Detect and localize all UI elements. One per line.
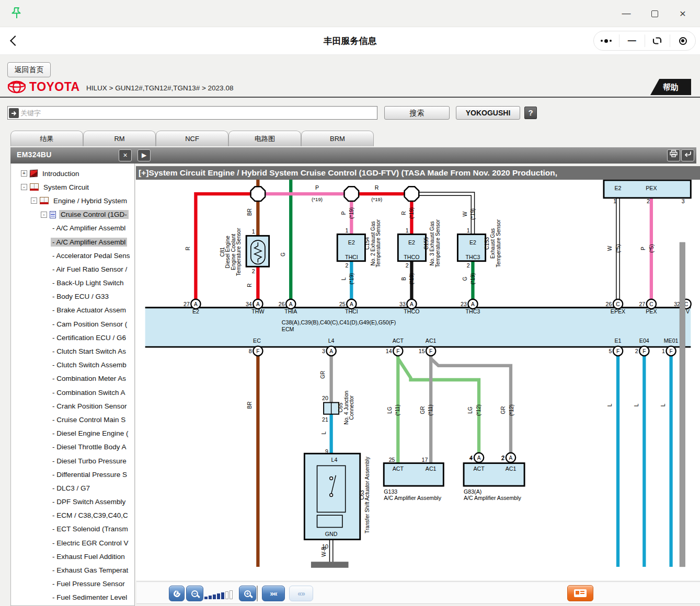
diagram-label: THC3 [466,308,480,314]
window-maximize-button[interactable] [640,8,669,19]
tree-item[interactable]: - Fuel Pressure Sensor [11,577,134,591]
tree-item[interactable]: - Back-Up Light Switch [11,276,134,290]
tab-RM[interactable]: RM [83,131,156,146]
tree-item[interactable]: - Differential Pressure S [11,468,134,481]
wire [263,194,351,236]
panel-close-button[interactable]: × [119,149,132,161]
tab-NCF[interactable]: NCF [156,131,228,146]
tree-item[interactable]: - Cruise Control Main S [11,413,134,426]
pin-icon[interactable] [10,6,23,23]
tab-BRM[interactable]: BRM [301,131,374,146]
tree-item[interactable]: - Air Fuel Ratio Sensor / [11,262,134,276]
wire-label: (*5) [615,244,621,252]
tree-item[interactable]: - Body ECU / G33 [11,290,134,304]
zoom-in-button[interactable]: + [239,586,256,601]
panel-expand-button[interactable]: ▶ [137,149,151,161]
tree-item-label: - A/C Amplifier Assembl [51,238,127,247]
tree-item[interactable]: - Diesel Engine Engine ( [11,427,134,440]
tree-item[interactable]: +Introduction [11,167,134,180]
window-close-button[interactable]: × [669,7,697,20]
tab-电路图[interactable]: 电路图 [228,131,301,146]
wire-label: G [280,252,286,257]
help-button[interactable]: 帮助 [650,79,691,95]
tree-item[interactable]: - Certification ECU / G6 [11,331,134,344]
tree-item[interactable]: -System Circuit [11,180,134,194]
refresh-button[interactable] [169,586,185,601]
tree-item[interactable]: - A/C Amplifier Assembl [11,222,134,235]
wire-label: R [247,283,253,287]
collapse-icon[interactable]: - [21,184,27,190]
feedback-button[interactable] [567,585,593,601]
collapse-icon[interactable]: - [31,197,37,204]
tree-item[interactable]: - DPF Switch Assembly [11,495,134,509]
wire-label: GR [500,406,506,414]
return-button[interactable] [681,149,694,161]
tree-item-label: - Fuel Sedimenter Level [51,593,129,602]
tree-item[interactable]: -Engine / Hybrid System [11,194,134,207]
window-minimize-button[interactable]: — [612,8,640,19]
diagram-label: AC1 [426,465,437,472]
tree-item[interactable]: - Electric EGR Control V [11,536,134,550]
tree-item[interactable]: - Diesel Turbo Pressure [11,454,134,468]
tab-结果[interactable]: 结果 [10,131,83,146]
tree-item[interactable]: - Combination Switch A [11,386,134,399]
print-button[interactable] [667,149,680,161]
return-arrow-icon [684,150,692,157]
expand-icon[interactable]: + [21,170,27,177]
target-icon [679,37,687,45]
toolbar-divider [257,586,258,601]
diagram-scrollbar[interactable] [680,242,685,567]
wire-label: (*19) [409,273,415,285]
keyword-input[interactable] [20,107,376,119]
tree-item[interactable]: - Clutch Start Switch As [11,344,134,358]
tree-item[interactable]: - Diesel Throttle Body A [11,440,134,454]
tree-item[interactable]: - Exhaust Fuel Addition [11,550,134,563]
tree-item[interactable]: - Clutch Switch Assemb [11,358,134,372]
tree-item[interactable]: -Cruise Control (1GD- [11,208,134,222]
svg-text:32: 32 [674,301,680,307]
tree-item[interactable]: - ECT Solenoid (Transm [11,522,134,536]
tree-item[interactable]: - Accelerator Pedal Sens [11,249,134,262]
tree-item-label: - Crank Position Sensor [51,402,129,411]
expand-button[interactable]: «» [289,586,313,601]
wire-label: P [640,247,646,250]
search-help-button[interactable]: ? [524,107,537,119]
yokogushi-button[interactable]: YOKOGUSHI [456,106,520,120]
tree-item[interactable]: - Fuel Sedimenter Level [11,591,134,604]
svg-text:F: F [642,348,646,354]
tree-item[interactable]: - Brake Actuator Assem [11,304,134,317]
svg-text:A: A [410,301,414,307]
toyota-emblem-icon [7,80,26,94]
breadcrumb: HILUX > GUN12#,TGN12#,TGN13# > 2023.08 [86,84,233,92]
capsule-close-button[interactable] [670,34,695,47]
search-button[interactable]: 搜索 [384,106,450,120]
wire-label: B [401,277,407,281]
component-label: C65 [338,403,343,413]
fit-width-button[interactable]: »« [262,586,285,601]
collapse-icon[interactable]: - [41,212,47,218]
tree-item[interactable]: - ECM / C38,C39,C40,C [11,509,134,522]
diagram-label: 1 [406,227,409,234]
float-window-button[interactable] [645,34,671,47]
svg-text:26: 26 [279,301,285,307]
diagram-label: 20 [322,395,328,401]
component-label: Connector [349,395,354,419]
zoom-out-button[interactable]: – [186,586,203,601]
tree-item[interactable]: - Exhaust Gas Temperat [11,563,134,577]
tree-item[interactable]: - A/C Amplifier Assembl [11,235,134,249]
bookred-icon [30,170,38,178]
zoom-in-icon: + [244,590,251,597]
component-label: Temperature Sensor [375,219,381,267]
tree-item-label: - Cam Position Sensor ( [51,320,129,329]
diagram-label: E2 [408,239,415,246]
wire-label: BR [247,401,253,409]
more-button[interactable] [594,34,619,47]
home-button[interactable]: 返回首页 [7,62,51,77]
tree-item[interactable]: - Cam Position Sensor ( [11,317,134,331]
tree-item[interactable]: - Crank Position Sensor [11,399,134,413]
diagram-label: E2 [348,239,355,246]
tree-item[interactable]: - DLC3 / G7 [11,481,134,495]
tree-item[interactable]: - Combination Meter As [11,372,134,386]
zoom-level-indicator[interactable] [204,588,237,599]
capsule-minimize-button[interactable]: — [619,34,645,47]
